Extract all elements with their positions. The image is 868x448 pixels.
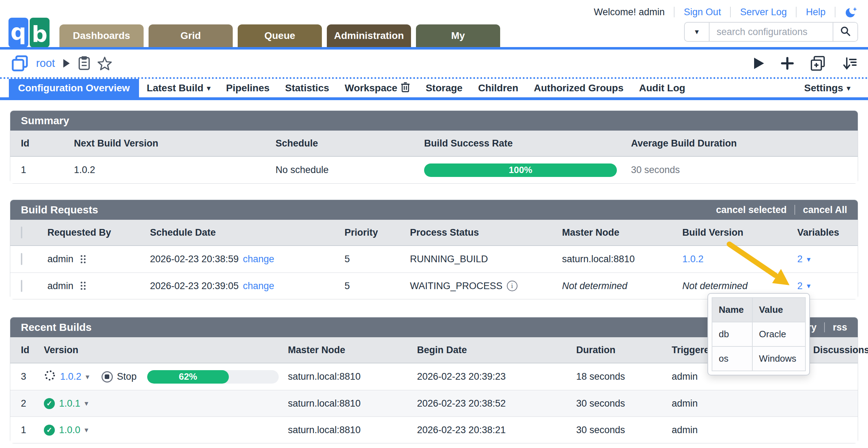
- section-title: Build Requests: [21, 204, 98, 216]
- add-icon[interactable]: [781, 57, 794, 70]
- col-schedule: Schedule: [276, 138, 424, 149]
- breadcrumb: root: [0, 50, 868, 77]
- drag-handle-icon[interactable]: [81, 255, 86, 264]
- variables-popup: Name Value db Oracle os Windows: [707, 293, 810, 375]
- tab-statistics[interactable]: Statistics: [277, 79, 337, 97]
- col-master-node: Master Node: [288, 345, 417, 356]
- divider: [794, 205, 795, 215]
- run-build-icon[interactable]: [753, 57, 765, 70]
- quickbuild-logo[interactable]: q b: [8, 17, 50, 50]
- col-begin-date: Begin Date: [417, 345, 576, 356]
- cancel-selected-link[interactable]: cancel selected: [716, 205, 787, 216]
- col-schedule-date: Schedule Date: [150, 227, 345, 238]
- search-input[interactable]: [710, 23, 833, 41]
- nav-dashboards[interactable]: Dashboards: [59, 24, 144, 47]
- col-id: Id: [21, 138, 74, 149]
- configuration-actions: [753, 55, 857, 71]
- search-button[interactable]: [833, 23, 857, 41]
- header-accent-bar: [0, 47, 868, 50]
- server-log-link[interactable]: Server Log: [740, 7, 787, 18]
- recent-build-row: 2 ✓ 1.0.1 ▾ saturn.local:8810 2026-02-23…: [10, 390, 858, 417]
- build-version-link[interactable]: 1.0.2: [60, 371, 81, 382]
- col-master-node: Master Node: [562, 227, 682, 238]
- row-checkbox[interactable]: [21, 253, 22, 265]
- chevron-down-icon[interactable]: ▾: [807, 255, 811, 264]
- build-requests-section: Build Requests cancel selected cancel Al…: [10, 200, 858, 299]
- notes-clipboard-icon[interactable]: [78, 56, 90, 70]
- tab-workspace[interactable]: Workspace: [337, 79, 418, 97]
- chevron-down-icon[interactable]: ▾: [85, 426, 88, 434]
- breadcrumb-expand-icon[interactable]: [63, 59, 70, 68]
- col-process-status: Process Status: [410, 227, 562, 238]
- col-average-build-duration: Average Build Duration: [631, 138, 847, 149]
- chevron-down-icon[interactable]: ▾: [807, 282, 811, 290]
- tab-storage[interactable]: Storage: [418, 79, 470, 97]
- drag-handle-icon[interactable]: [81, 282, 86, 290]
- col-next-build-version: Next Build Version: [74, 138, 276, 149]
- trash-icon[interactable]: [401, 81, 410, 95]
- build-version-link[interactable]: 1.0.0: [59, 425, 80, 436]
- cancel-all-link[interactable]: cancel All: [803, 205, 847, 216]
- change-schedule-link[interactable]: change: [243, 254, 274, 265]
- nav-grid[interactable]: Grid: [149, 24, 233, 47]
- copy-configuration-icon[interactable]: [810, 55, 826, 71]
- search-scope-dropdown[interactable]: ▾: [685, 23, 710, 41]
- stop-build-label[interactable]: Stop: [117, 371, 137, 382]
- rss-link[interactable]: rss: [833, 322, 847, 333]
- summary-schedule: No schedule: [276, 165, 424, 176]
- variables-count-link[interactable]: 2: [797, 281, 803, 292]
- summary-row: 1 1.0.2 No schedule 100% 30 seconds: [10, 157, 858, 183]
- summary-section: Summary Id Next Build Version Schedule B…: [10, 110, 858, 184]
- build-version-link[interactable]: 1.0.2: [682, 254, 797, 265]
- info-icon[interactable]: i: [507, 281, 517, 291]
- tab-authorized-groups[interactable]: Authorized Groups: [526, 79, 631, 97]
- running-spinner-icon: [44, 369, 56, 384]
- primary-nav: Dashboards Grid Queue Administration My: [59, 24, 500, 47]
- col-build-version: Build Version: [682, 227, 797, 238]
- nav-queue[interactable]: Queue: [238, 24, 322, 47]
- tab-settings[interactable]: Settings▾: [796, 79, 858, 97]
- chevron-down-icon[interactable]: ▾: [86, 373, 89, 381]
- select-all-checkbox[interactable]: [21, 226, 22, 239]
- tab-configuration-overview[interactable]: Configuration Overview: [9, 79, 139, 97]
- summary-column-headers: Id Next Build Version Schedule Build Suc…: [10, 131, 858, 157]
- build-progress-bar: 62%: [147, 370, 279, 384]
- svg-text:q: q: [11, 19, 26, 45]
- tab-pipelines[interactable]: Pipelines: [218, 79, 277, 97]
- col-variables: Variables: [797, 227, 847, 238]
- divider: [835, 7, 835, 17]
- tab-latest-build[interactable]: Latest Build▾: [139, 79, 218, 97]
- chevron-down-icon: ▾: [207, 84, 210, 92]
- build-request-row: admin 2026-02-23 20:38:59 change 5 RUNNI…: [10, 246, 858, 272]
- import-sort-icon[interactable]: [843, 56, 857, 71]
- tab-children[interactable]: Children: [470, 79, 526, 97]
- top-user-bar: Welcome! admin Sign Out Server Log Help: [0, 0, 868, 18]
- row-checkbox[interactable]: [21, 280, 22, 292]
- chevron-down-icon[interactable]: ▾: [85, 399, 88, 408]
- sign-out-link[interactable]: Sign Out: [684, 7, 721, 18]
- dark-mode-moon-icon[interactable]: [845, 6, 857, 18]
- breadcrumb-root-link[interactable]: root: [36, 57, 55, 70]
- divider: [824, 322, 825, 332]
- help-link[interactable]: Help: [806, 7, 826, 18]
- divider: [796, 7, 797, 17]
- favorite-star-icon[interactable]: [97, 56, 112, 70]
- nav-administration[interactable]: Administration: [327, 24, 411, 47]
- col-version: Version: [44, 345, 288, 356]
- svg-text:b: b: [32, 21, 47, 47]
- success-check-icon: ✓: [44, 398, 55, 409]
- col-requested-by: Requested By: [47, 227, 150, 238]
- variables-count-link[interactable]: 2: [797, 254, 803, 265]
- tab-audit-log[interactable]: Audit Log: [631, 79, 693, 97]
- nav-my[interactable]: My: [416, 24, 500, 47]
- col-duration: Duration: [576, 345, 672, 356]
- search-icon: [840, 26, 851, 38]
- variable-row: db Oracle: [712, 322, 805, 346]
- welcome-text: Welcome! admin: [594, 7, 665, 18]
- popup-col-name: Name: [712, 298, 752, 322]
- change-schedule-link[interactable]: change: [243, 281, 274, 292]
- stop-build-icon[interactable]: [102, 371, 113, 383]
- build-requests-header: Build Requests cancel selected cancel Al…: [10, 200, 858, 220]
- build-version-link[interactable]: 1.0.1: [59, 398, 80, 409]
- col-build-success-rate: Build Success Rate: [424, 138, 631, 149]
